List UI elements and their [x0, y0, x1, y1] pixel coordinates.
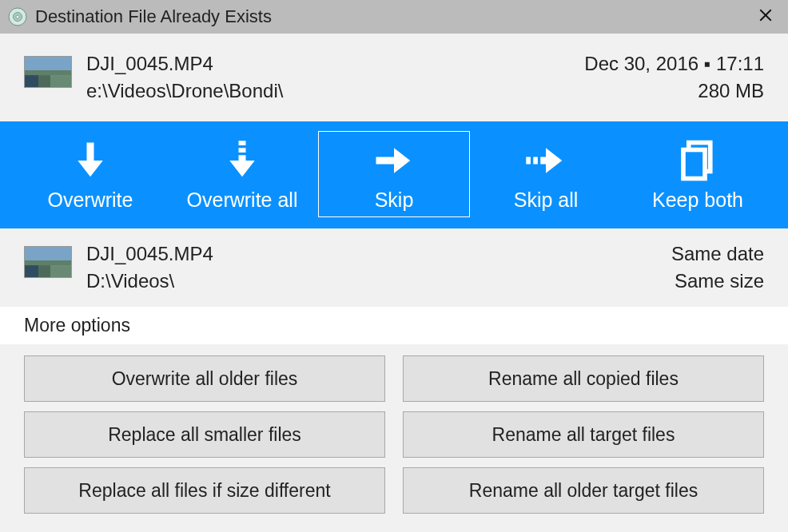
overwrite-all-button[interactable]: Overwrite all [166, 131, 318, 217]
svg-rect-7 [526, 157, 531, 164]
arrow-down-dashed-icon [221, 139, 264, 182]
destination-size-status: Same size [675, 270, 764, 292]
source-filename: DJI_0045.MP4 [86, 53, 283, 75]
window-title: Destination File Already Exists [35, 6, 751, 27]
svg-rect-6 [239, 148, 246, 153]
rename-copied-button[interactable]: Rename all copied files [403, 355, 764, 402]
destination-date-status: Same date [671, 243, 764, 265]
overwrite-button[interactable]: Overwrite [14, 131, 166, 217]
rename-copied-label: Rename all copied files [488, 368, 679, 390]
skip-all-label: Skip all [514, 190, 579, 210]
destination-thumbnail [24, 246, 72, 278]
source-path: e:\Videos\Drone\Bondi\ [86, 80, 283, 102]
replace-diff-size-button[interactable]: Replace all files if size different [24, 467, 385, 514]
destination-file-row: DJI_0045.MP4 D:\Videos\ Same date Same s… [0, 228, 788, 307]
keep-both-button[interactable]: Keep both [622, 131, 774, 217]
destination-filename: DJI_0045.MP4 [86, 243, 213, 265]
app-disc-icon [8, 7, 27, 26]
rename-target-button[interactable]: Rename all target files [403, 411, 764, 458]
rename-older-target-label: Rename all older target files [469, 480, 698, 502]
arrow-right-dashed-icon [524, 139, 567, 182]
action-strip: Overwrite Overwrite all Skip Skip all Ke… [0, 121, 788, 228]
arrow-right-icon [372, 139, 416, 182]
skip-label: Skip [375, 190, 414, 210]
source-thumbnail [24, 56, 72, 88]
svg-rect-10 [683, 149, 705, 178]
overwrite-older-button[interactable]: Overwrite all older files [24, 355, 385, 402]
source-datetime: Dec 30, 2016 ▪ 17:11 [584, 53, 764, 75]
more-options-header: More options [0, 307, 788, 344]
rename-target-label: Rename all target files [492, 424, 675, 446]
overwrite-older-label: Overwrite all older files [112, 368, 298, 390]
replace-smaller-label: Replace all smaller files [108, 424, 301, 446]
rename-older-target-button[interactable]: Rename all older target files [403, 467, 764, 514]
source-size: 280 MB [698, 80, 764, 102]
skip-button[interactable]: Skip [318, 131, 470, 217]
overwrite-all-label: Overwrite all [187, 190, 298, 210]
arrow-down-icon [69, 139, 112, 182]
svg-rect-5 [239, 141, 246, 145]
svg-point-2 [16, 15, 19, 18]
replace-smaller-button[interactable]: Replace all smaller files [24, 411, 385, 458]
replace-diff-size-label: Replace all files if size different [78, 480, 330, 502]
keep-both-label: Keep both [652, 190, 743, 210]
source-file-row: DJI_0045.MP4 e:\Videos\Drone\Bondi\ Dec … [0, 34, 788, 121]
close-button[interactable] [751, 6, 780, 27]
close-icon [758, 8, 773, 22]
destination-path: D:\Videos\ [86, 270, 213, 292]
copy-icon [676, 139, 719, 182]
more-options-grid: Overwrite all older files Rename all cop… [0, 344, 788, 532]
overwrite-label: Overwrite [48, 190, 133, 210]
titlebar: Destination File Already Exists [0, 0, 788, 34]
skip-all-button[interactable]: Skip all [470, 131, 622, 217]
svg-rect-8 [533, 157, 538, 164]
